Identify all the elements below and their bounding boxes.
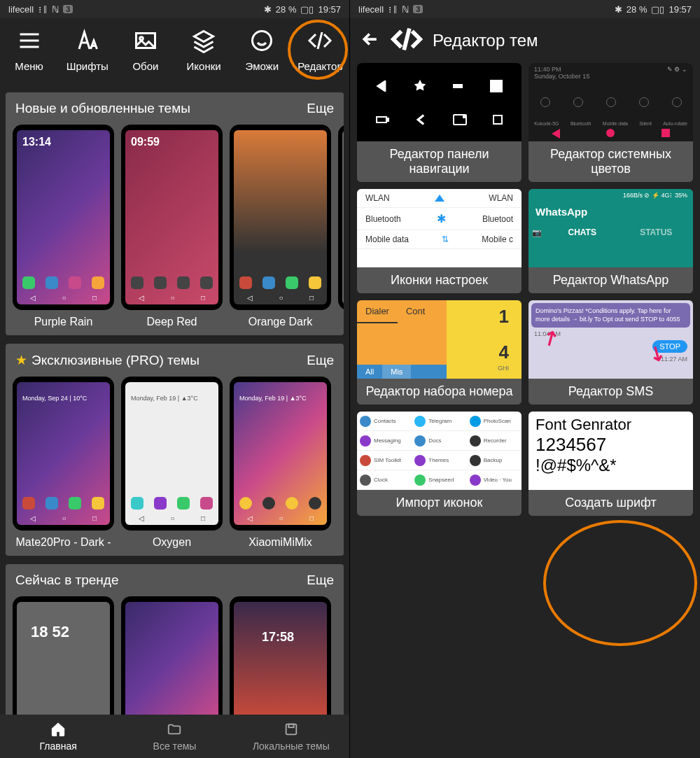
signal-icon: ⫶‖ bbox=[388, 4, 398, 15]
theme-card[interactable]: Monday, Feb 19 | ▲3°C◁○□ XiaomiMiMix bbox=[230, 377, 331, 549]
battery-icon: ▢▯ bbox=[651, 4, 664, 15]
card-import-icons[interactable]: Contacts Telegram PhotoScan Messaging Do… bbox=[357, 412, 522, 516]
fonts-button[interactable]: Шрифты bbox=[58, 27, 116, 72]
battery-pct: 28 % bbox=[276, 4, 297, 15]
page-title: Редактор тем bbox=[433, 31, 538, 50]
toolbar: Меню Шрифты Обои Иконки Эможи Редактор bbox=[0, 18, 349, 88]
notif-count: 3 bbox=[63, 5, 73, 13]
highlight-create-font bbox=[543, 520, 697, 646]
theme-card[interactable]: 18 52 bbox=[13, 596, 114, 726]
editor-header: Редактор тем bbox=[350, 18, 700, 63]
section-pro-themes: ★Эксклюзивные (PRO) темы Еще Monday, Sep… bbox=[6, 344, 344, 556]
theme-card[interactable]: H bbox=[338, 125, 344, 328]
card-nav-editor[interactable]: Редактор панели навигации bbox=[357, 63, 522, 182]
layers-icon bbox=[190, 27, 218, 55]
back-button[interactable] bbox=[360, 29, 381, 52]
card-sms-editor[interactable]: Domino's Pizzas! *Conditions apply. Tap … bbox=[528, 300, 693, 405]
theme-editor-screen: lifecell ⫶‖ ℕ 3 ✱ 28 % ▢▯ 19:57 Редактор… bbox=[350, 0, 700, 758]
save-icon bbox=[284, 722, 299, 739]
home-icon bbox=[50, 722, 66, 739]
nav-home[interactable]: Главная bbox=[0, 715, 116, 758]
battery-pct: 28 % bbox=[626, 4, 648, 15]
section-new-themes: Новые и обновленные темы Еще 13:14◁○□ Pu… bbox=[6, 92, 344, 335]
bluetooth-icon: ✱ bbox=[615, 4, 622, 15]
theme-card[interactable]: 09:59◁○□ Deep Red bbox=[121, 125, 223, 328]
section-trending: Сейчас в тренде Еще 18 52 17:58 bbox=[6, 564, 344, 733]
nfc-icon: ℕ bbox=[52, 4, 59, 15]
icons-button[interactable]: Иконки bbox=[175, 27, 233, 72]
theme-card[interactable]: Monday, Sep 24 | 10°C◁○□ Mate20Pro - Dar… bbox=[13, 377, 114, 549]
clock: 19:57 bbox=[668, 4, 692, 15]
menu-button[interactable]: Меню bbox=[0, 27, 58, 72]
theme-card[interactable]: Monday, Feb 19 | ▲3°C◁○□ Oxygen bbox=[121, 377, 223, 549]
carrier: lifecell bbox=[8, 4, 34, 15]
card-system-colors[interactable]: 11:40 PMSunday, October 15✎ ⚙ ⌄ Kokode-5… bbox=[528, 63, 693, 182]
section-title: Новые и обновленные темы bbox=[15, 101, 190, 116]
theme-card[interactable]: 13:14◁○□ Purple Rain bbox=[13, 125, 114, 328]
star-icon: ★ bbox=[15, 353, 27, 367]
folder-icon bbox=[167, 722, 182, 739]
dialer-preview: DialerCont AllMis 1 4GHI bbox=[357, 300, 522, 379]
svg-rect-6 bbox=[377, 117, 386, 122]
signal-icon: ⫶‖ bbox=[38, 4, 48, 15]
card-whatsapp-editor[interactable]: 166B/s ⊘ ⚡ 4G⫶ 35% WhatsApp 📷CHATSSTATUS… bbox=[528, 189, 693, 293]
settings-preview: WLANWLAN Bluetooth✱Bluetoot Mobile data⇅… bbox=[357, 189, 522, 267]
font-preview: Font Genrator 1234567 !@#$%^&* bbox=[528, 412, 693, 490]
more-link[interactable]: Еще bbox=[307, 353, 334, 368]
svg-rect-7 bbox=[386, 118, 388, 121]
image-icon bbox=[132, 27, 160, 55]
theme-card[interactable]: ◁○□ Orange Dark bbox=[230, 125, 331, 328]
clock: 19:57 bbox=[318, 4, 341, 15]
sms-preview: Domino's Pizzas! *Conditions apply. Tap … bbox=[528, 300, 693, 379]
card-create-font[interactable]: Font Genrator 1234567 !@#$%^&* Создать ш… bbox=[528, 412, 693, 516]
bluetooth-icon: ✱ bbox=[264, 4, 272, 15]
more-link[interactable]: Еще bbox=[307, 101, 334, 116]
emoji-icon bbox=[248, 27, 276, 55]
nav-local-themes[interactable]: Локальные темы bbox=[233, 715, 349, 758]
nfc-icon: ℕ bbox=[402, 4, 409, 15]
card-dialer-editor[interactable]: DialerCont AllMis 1 4GHI Редактор набора… bbox=[357, 300, 522, 405]
svg-point-2 bbox=[253, 31, 272, 50]
svg-rect-4 bbox=[288, 724, 293, 727]
theme-card[interactable]: 17:58 bbox=[230, 596, 331, 726]
card-settings-icons[interactable]: WLANWLAN Bluetooth✱Bluetoot Mobile data⇅… bbox=[357, 189, 522, 293]
svg-rect-5 bbox=[454, 85, 462, 87]
nav-preview bbox=[357, 63, 522, 141]
code-icon bbox=[391, 23, 423, 58]
nav-all-themes[interactable]: Все темы bbox=[116, 715, 232, 758]
emoji-button[interactable]: Эможи bbox=[233, 27, 291, 72]
status-bar: lifecell ⫶‖ ℕ 3 ✱ 28 % ▢▯ 19:57 bbox=[350, 0, 700, 18]
section-title: ★Эксклюзивные (PRO) темы bbox=[15, 352, 200, 368]
icons-import-preview: Contacts Telegram PhotoScan Messaging Do… bbox=[357, 412, 522, 490]
syscolor-preview: 11:40 PMSunday, October 15✎ ⚙ ⌄ Kokode-5… bbox=[528, 63, 693, 141]
theme-card[interactable] bbox=[121, 596, 223, 726]
bottom-nav: Главная Все темы Локальные темы bbox=[0, 715, 349, 758]
battery-icon: ▢▯ bbox=[300, 4, 314, 15]
section-title: Сейчас в тренде bbox=[15, 573, 119, 588]
themes-app-screen: lifecell ⫶‖ ℕ 3 ✱ 28 % ▢▯ 19:57 Меню Шри… bbox=[0, 0, 350, 758]
more-link[interactable]: Еще bbox=[307, 573, 334, 588]
font-icon bbox=[74, 27, 102, 55]
hamburger-icon bbox=[15, 27, 43, 55]
wallpapers-button[interactable]: Обои bbox=[116, 27, 174, 72]
status-bar: lifecell ⫶‖ ℕ 3 ✱ 28 % ▢▯ 19:57 bbox=[0, 0, 349, 18]
whatsapp-preview: 166B/s ⊘ ⚡ 4G⫶ 35% WhatsApp 📷CHATSSTATUS bbox=[528, 189, 693, 267]
notif-count: 3 bbox=[413, 5, 423, 13]
editor-grid: Редактор панели навигации 11:40 PMSunday… bbox=[350, 63, 700, 516]
highlight-editor bbox=[288, 20, 348, 80]
carrier: lifecell bbox=[358, 4, 384, 15]
svg-rect-3 bbox=[286, 724, 296, 734]
